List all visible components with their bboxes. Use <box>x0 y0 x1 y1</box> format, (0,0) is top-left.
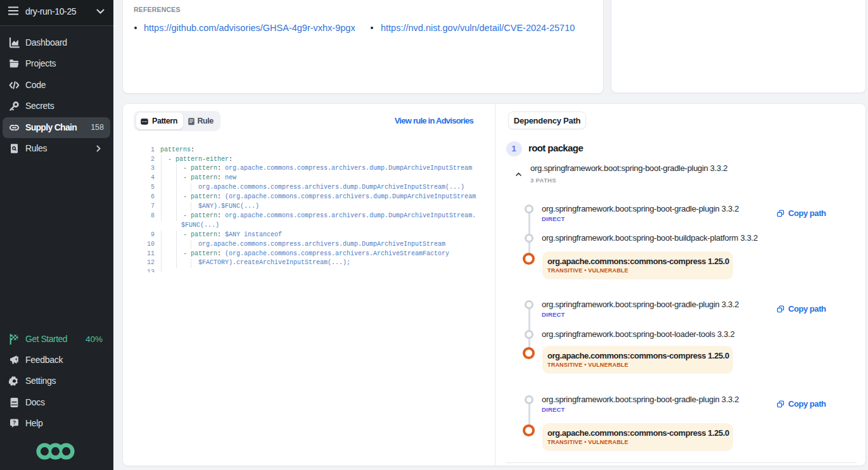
svg-text:?: ? <box>13 419 16 426</box>
